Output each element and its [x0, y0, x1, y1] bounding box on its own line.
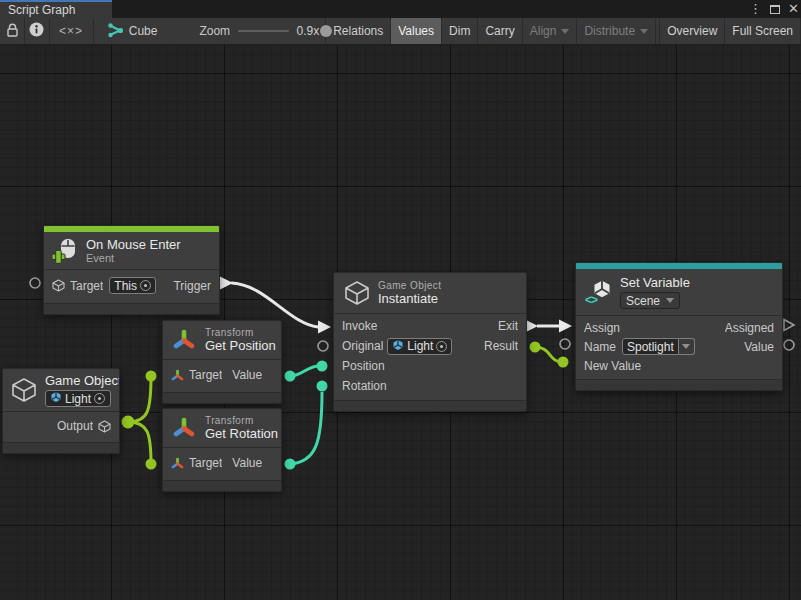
node-set-variable[interactable]: <> Set Variable Scene Assign Assigned: [575, 262, 783, 391]
port-getrotation-value-out[interactable]: [285, 459, 296, 470]
object-picker-icon[interactable]: [436, 341, 447, 352]
target-label: Target: [189, 456, 222, 470]
port-newvalue-in[interactable]: [558, 357, 569, 368]
invoke-label: Invoke: [342, 319, 377, 333]
maximize-icon[interactable]: [770, 5, 780, 14]
csharp-preview-button[interactable]: <×>: [49, 18, 93, 44]
object-picker-icon[interactable]: [94, 393, 105, 404]
menu-icon[interactable]: ⋮: [749, 0, 762, 18]
rotation-label: Rotation: [342, 379, 387, 393]
exit-label: Exit: [498, 319, 518, 333]
port-output-out[interactable]: [122, 416, 135, 429]
port-mouseenter-target-in[interactable]: [30, 278, 40, 288]
zoom-slider-track: [238, 30, 288, 32]
full-screen-button[interactable]: Full Screen: [724, 18, 801, 44]
node-title: On Mouse Enter: [86, 237, 181, 252]
distribute-dropdown[interactable]: Distribute: [576, 18, 656, 44]
transform-mini-icon: [171, 369, 184, 382]
node-get-position[interactable]: Transform Get Position Target Value: [162, 320, 282, 404]
toggle-label: Align: [530, 24, 557, 38]
port-rotation-in[interactable]: [317, 381, 328, 392]
node-subtitle: Event: [86, 252, 181, 264]
toggle-dim[interactable]: Dim: [441, 18, 477, 44]
scope-value: Scene: [626, 294, 660, 308]
variable-icon: <>: [586, 279, 612, 305]
object-picker-icon[interactable]: [140, 280, 151, 291]
target-field[interactable]: This: [109, 277, 156, 294]
node-footer: [334, 400, 526, 411]
variable-name-value: Spotlight: [627, 340, 674, 354]
port-getposition-value-out[interactable]: [285, 371, 296, 382]
port-assign-in[interactable]: [559, 320, 572, 333]
close-icon[interactable]: ✕: [788, 0, 799, 18]
port-position-in[interactable]: [317, 361, 328, 372]
unity-object-icon: [50, 391, 62, 406]
toggle-relations[interactable]: Relations: [325, 18, 390, 44]
original-label: Original: [342, 339, 383, 353]
node-game-object[interactable]: Game Object Light Output: [2, 368, 120, 454]
graph-canvas[interactable]: On Mouse Enter Event Target This Trigger: [0, 45, 801, 600]
port-result-out[interactable]: [530, 342, 541, 353]
toggle-label: Overview: [667, 24, 717, 38]
chevron-down-icon: [640, 29, 648, 34]
result-label: Result: [484, 339, 518, 353]
mouse-enter-icon: [52, 238, 78, 264]
object-field[interactable]: Light: [45, 390, 111, 407]
zoom-slider-handle[interactable]: [320, 25, 332, 37]
node-on-mouse-enter[interactable]: On Mouse Enter Event Target This Trigger: [43, 225, 220, 315]
variable-scope-dropdown[interactable]: Scene: [620, 292, 680, 309]
node-title: Set Variable: [620, 275, 690, 290]
toggle-values[interactable]: Values: [390, 18, 441, 44]
port-name-in[interactable]: [560, 339, 570, 349]
assigned-label: Assigned: [725, 321, 774, 335]
toggle-label: Distribute: [584, 24, 635, 38]
toggle-label: Relations: [333, 24, 383, 38]
port-getposition-target-in[interactable]: [146, 371, 157, 382]
port-value-out[interactable]: [784, 340, 794, 350]
chevron-down-icon: [666, 298, 674, 303]
toggle-label: Carry: [485, 24, 514, 38]
tab-title: Script Graph: [8, 3, 75, 17]
variable-name-field[interactable]: Spotlight: [622, 338, 679, 355]
transform-icon: [171, 327, 197, 353]
game-object-mini-icon: [98, 420, 111, 433]
node-title: Get Rotation: [205, 426, 273, 441]
name-label: Name: [584, 340, 616, 354]
trigger-label: Trigger: [173, 279, 211, 293]
zoom-slider[interactable]: [238, 18, 288, 44]
toggle-label: Full Screen: [732, 24, 793, 38]
target-field-value: This: [114, 279, 137, 293]
wire-getrotation-rotation: [290, 392, 322, 464]
toolbar-gap: [93, 18, 100, 44]
tab-script-graph[interactable]: Script Graph: [0, 0, 112, 18]
original-field-value: Light: [407, 339, 433, 353]
info-icon: [29, 22, 44, 40]
port-original-in[interactable]: [318, 341, 328, 351]
zoom-value: 0.9x: [297, 18, 320, 44]
node-title: Get Position: [205, 338, 273, 353]
script-graph-window: Script Graph ⋮ ✕ <×>: [0, 0, 801, 600]
inspect-button[interactable]: [25, 18, 49, 44]
chevron-down-icon: [682, 344, 690, 349]
value-label: Value: [232, 368, 262, 382]
node-get-rotation[interactable]: Transform Get Rotation Target Value: [162, 408, 282, 492]
port-trigger-out[interactable]: [220, 277, 233, 290]
overview-button[interactable]: Overview: [659, 18, 724, 44]
graph-reference[interactable]: Cube: [101, 18, 164, 44]
node-category: Transform: [205, 327, 273, 338]
port-assigned-out[interactable]: [784, 320, 794, 331]
variable-glyph-icon: <>: [585, 293, 597, 307]
node-instantiate[interactable]: Game Object Instantiate Invoke Exit Orig…: [333, 272, 527, 412]
variable-name-dropdown[interactable]: [679, 338, 695, 355]
object-field-value: Light: [65, 392, 91, 406]
graph-icon: [107, 22, 124, 41]
toggle-label: Values: [398, 24, 434, 38]
toggle-carry[interactable]: Carry: [477, 18, 521, 44]
lock-button[interactable]: [0, 18, 24, 44]
position-label: Position: [342, 359, 385, 373]
align-dropdown[interactable]: Align: [522, 18, 577, 44]
node-footer: [163, 392, 281, 403]
original-field[interactable]: Light: [387, 338, 452, 355]
port-getrotation-target-in[interactable]: [146, 459, 157, 470]
port-invoke-in[interactable]: [318, 321, 331, 334]
